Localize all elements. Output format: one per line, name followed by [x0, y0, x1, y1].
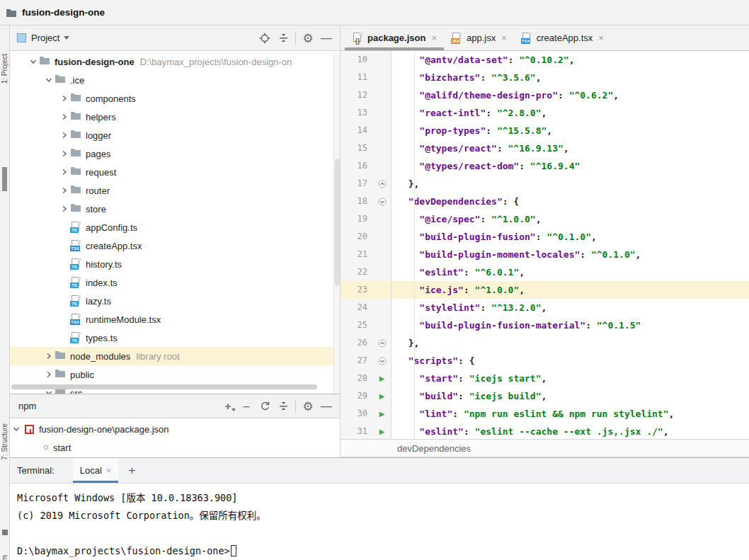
- chevron-right-icon[interactable]: [58, 203, 70, 215]
- close-icon[interactable]: ×: [598, 33, 604, 43]
- terminal-tab-local[interactable]: Local ×: [73, 458, 119, 483]
- tree-item-runtimemodule-tsx[interactable]: TSXruntimeModule.tsx: [10, 310, 335, 328]
- code-line-24[interactable]: 24 "stylelint": "^13.2.0",: [341, 299, 749, 316]
- code-line-29[interactable]: 29▶ "build": "icejs build",: [341, 387, 749, 405]
- chevron-down-icon[interactable]: [13, 426, 20, 432]
- chevron-down-icon[interactable]: [27, 56, 39, 67]
- editor-body[interactable]: 10 "@antv/data-set": "^0.10.2",11 "bizch…: [341, 51, 749, 439]
- stripe-tool-icon[interactable]: [2, 530, 8, 535]
- close-icon[interactable]: ×: [431, 33, 437, 43]
- code-line-10[interactable]: 10 "@antv/data-set": "^0.10.2",: [341, 51, 749, 69]
- close-icon[interactable]: ×: [106, 465, 112, 476]
- hide-panel-icon[interactable]: —: [317, 398, 336, 415]
- chevron-down-icon[interactable]: [64, 36, 69, 40]
- tree-item-history-ts[interactable]: TShistory.ts: [10, 255, 335, 273]
- code-line-13[interactable]: 13 "react-intl": "^2.8.0",: [341, 104, 749, 122]
- code-line-19[interactable]: 19 "@ice/spec": "^1.0.0",: [341, 210, 749, 228]
- tree-item-logger[interactable]: logger: [10, 126, 335, 144]
- tree-item-createapp-tsx[interactable]: TSXcreateApp.tsx: [10, 236, 335, 255]
- breadcrumb[interactable]: devDependencies: [341, 439, 749, 457]
- fold-down-icon[interactable]: [373, 352, 391, 370]
- code-line-18[interactable]: 18 "devDependencies": {: [341, 193, 749, 210]
- close-icon[interactable]: ×: [501, 33, 507, 43]
- chevron-right-icon[interactable]: [58, 148, 70, 159]
- code-line-11[interactable]: 11 "bizcharts": "^3.5.6",: [341, 69, 749, 86]
- code-line-14[interactable]: 14 "prop-types": "^15.5.8",: [341, 122, 749, 139]
- code-line-21[interactable]: 21 "build-plugin-moment-locales": "^0.1.…: [341, 246, 749, 263]
- run-script-icon[interactable]: ▶: [373, 387, 391, 405]
- code-line-27[interactable]: 27 "scripts": {: [341, 352, 749, 370]
- code-line-22[interactable]: 22 "eslint": "^6.0.1",: [341, 263, 749, 281]
- locate-file-icon[interactable]: [256, 30, 274, 47]
- tree-item-appconfig-ts[interactable]: TSappConfig.ts: [10, 218, 335, 236]
- code-line-20[interactable]: 20 "build-plugin-fusion": "^0.1.0",: [341, 228, 749, 246]
- chevron-right-icon[interactable]: [58, 111, 70, 122]
- code-line-25[interactable]: 25 "build-plugin-fusion-material": "^0.1…: [341, 316, 749, 334]
- chevron-down-icon[interactable]: [42, 74, 55, 86]
- run-triangle-icon[interactable]: ▶: [379, 428, 385, 435]
- fold-up-icon[interactable]: [373, 334, 391, 352]
- code-line-28[interactable]: 28▶ "start": "icejs start",: [341, 370, 749, 387]
- project-panel-title[interactable]: Project: [31, 33, 59, 43]
- chevron-right-icon[interactable]: [58, 166, 70, 178]
- chevron-right-icon[interactable]: [58, 93, 70, 104]
- tree-item-components[interactable]: components: [10, 89, 335, 108]
- stripe-structure-button[interactable]: 7: Structure: [1, 423, 8, 460]
- collapse-all-icon[interactable]: [274, 398, 292, 415]
- tree-item-label: store: [86, 204, 106, 215]
- run-triangle-icon[interactable]: ▶: [379, 392, 385, 400]
- tab-app-jsx[interactable]: JSXapp.jsx×: [444, 25, 514, 50]
- tab-createapp-tsx[interactable]: TSXcreateApp.tsx×: [514, 25, 611, 50]
- tab-package-json[interactable]: {}package.json×: [345, 25, 444, 50]
- chevron-right-icon[interactable]: [42, 350, 55, 362]
- breadcrumb-item[interactable]: devDependencies: [397, 443, 471, 454]
- settings-gear-icon[interactable]: ⚙: [299, 30, 317, 47]
- remove-script-icon[interactable]: –: [237, 398, 256, 415]
- code-line-15[interactable]: 15 "@types/react": "^16.9.13",: [341, 139, 749, 157]
- stripe-scroll-indicator[interactable]: [2, 167, 7, 191]
- settings-gear-icon[interactable]: ⚙: [299, 398, 317, 415]
- hide-panel-icon[interactable]: —: [317, 30, 336, 47]
- fold-up-icon[interactable]: [373, 175, 391, 193]
- npm-script-row[interactable]: start: [10, 438, 340, 457]
- code-line-26[interactable]: 26 },: [341, 334, 749, 352]
- horizontal-scrollbar[interactable]: [11, 384, 317, 389]
- tree-item-fusion-design-one[interactable]: fusion-design-oneD:\baymax_projects\fusi…: [10, 52, 335, 71]
- code-line-17[interactable]: 17 },: [341, 175, 749, 193]
- run-script-icon[interactable]: ▶: [373, 423, 391, 439]
- tree-item-pages[interactable]: pages: [10, 144, 335, 163]
- terminal-prompt[interactable]: D:\baymax_projects\fusion-design-one>: [17, 542, 749, 560]
- tree-item-request[interactable]: request: [10, 163, 335, 181]
- tree-item-node-modules[interactable]: node_moduleslibrary root: [10, 347, 335, 365]
- tree-item-helpers[interactable]: helpers: [10, 108, 335, 126]
- new-terminal-button[interactable]: +: [118, 458, 145, 483]
- tree-item-lazy-ts[interactable]: TSlazy.ts: [10, 292, 335, 310]
- tree-item-index-ts[interactable]: TSindex.ts: [10, 273, 335, 292]
- vertical-scrollbar[interactable]: [333, 52, 340, 394]
- tree-item-types-ts[interactable]: TStypes.ts: [10, 328, 335, 347]
- tree-item-store[interactable]: store: [10, 200, 335, 218]
- chevron-right-icon[interactable]: [42, 369, 55, 380]
- code-line-30[interactable]: 30▶ "lint": "npm run eslint && npm run s…: [341, 405, 749, 423]
- run-script-icon[interactable]: ▶: [373, 405, 391, 423]
- run-triangle-icon[interactable]: ▶: [379, 375, 385, 382]
- stripe-npm-button[interactable]: npm: [1, 555, 8, 560]
- run-triangle-icon[interactable]: ▶: [379, 410, 385, 418]
- code-line-16[interactable]: 16 "@types/react-dom": "^16.9.4": [341, 157, 749, 175]
- terminal-output[interactable]: Microsoft Windows [版本 10.0.18363.900](c)…: [10, 484, 749, 560]
- fold-down-icon[interactable]: [373, 193, 391, 210]
- chevron-right-icon[interactable]: [58, 130, 70, 141]
- stripe-project-button[interactable]: 1: Project: [1, 54, 8, 84]
- tree-item-public[interactable]: public: [10, 365, 335, 384]
- tree-item--ice[interactable]: .ice: [10, 71, 335, 89]
- code-line-31[interactable]: 31▶ "eslint": "eslint --cache --ext .js,…: [341, 423, 749, 439]
- npm-root-row[interactable]: fusion-design-one\package.json: [10, 420, 340, 438]
- add-script-icon[interactable]: +: [219, 398, 237, 415]
- collapse-all-icon[interactable]: [274, 30, 292, 47]
- code-line-23[interactable]: 23 "ice.js": "^1.0.0",: [341, 281, 749, 299]
- tree-item-router[interactable]: router: [10, 181, 335, 200]
- chevron-right-icon[interactable]: [58, 185, 70, 196]
- code-line-12[interactable]: 12 "@alifd/theme-design-pro": "^0.6.2",: [341, 86, 749, 104]
- refresh-icon[interactable]: [256, 398, 274, 415]
- run-script-icon[interactable]: ▶: [373, 370, 391, 387]
